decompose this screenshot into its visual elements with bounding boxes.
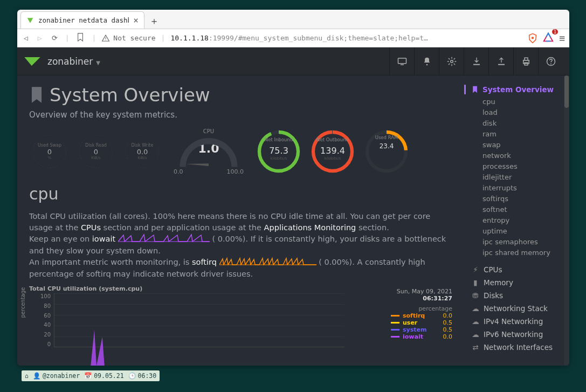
sidebar-sub-ipc-semaphores[interactable]: ipc semaphores: [472, 236, 565, 247]
page-subtitle: Overview of the key system metrics.: [29, 110, 452, 120]
sidebar-sub-uptime[interactable]: uptime: [472, 225, 565, 236]
cpu-section-heading: cpu: [29, 184, 452, 203]
bookmark-button[interactable]: [74, 33, 86, 43]
used-swap-dial[interactable]: Used Swap 0 %: [29, 131, 70, 172]
browser-menu-button[interactable]: ≡: [559, 32, 565, 44]
sidebar-item-ipv4-networking[interactable]: ☁IPv4 Networking: [472, 315, 565, 328]
browser-address-bar: ◁ ▷ ⟳ | | Not secure | 10.1.1.18:19999/#…: [17, 29, 569, 47]
bookmark-icon: [29, 86, 44, 104]
gauge-row: Used Swap 0 % Disk Read 0 KiB/s: [29, 127, 452, 176]
host-name: zonabiner: [47, 56, 93, 67]
brave-shields-icon[interactable]: [528, 33, 537, 44]
alerts-button[interactable]: [414, 47, 439, 75]
browser-tab[interactable]: zonabiner netdata dashboar ×: [20, 11, 144, 29]
sidebar-sub-load[interactable]: load: [472, 107, 565, 118]
sidebar-sub-idlejitter[interactable]: idlejitter: [472, 171, 565, 182]
svg-point-13: [550, 63, 551, 64]
sidebar-sub-disk[interactable]: disk: [472, 118, 565, 128]
netdata-favicon: [26, 17, 34, 24]
tb-time: 🕒06:30: [128, 372, 157, 380]
chart-ylabel: percentage: [20, 287, 26, 318]
extension-icon[interactable]: 1: [543, 32, 554, 44]
chart-plot-area[interactable]: [54, 293, 344, 347]
content-scrollbar[interactable]: [564, 75, 569, 366]
sidebar-sub-processes[interactable]: processes: [472, 161, 565, 171]
chart-legend: Sun, May 09, 2021 06:31:27 percentage so…: [350, 288, 452, 340]
bookmark-icon: [472, 86, 478, 93]
sidebar-sub-ipc-shared-memory[interactable]: ipc shared memory: [472, 247, 565, 258]
tab-title: zonabiner netdata dashboar: [38, 16, 129, 24]
cpu-chart[interactable]: Total CPU utilization (system.cpu) perce…: [29, 285, 452, 350]
sidebar-sub-ram[interactable]: ram: [472, 128, 565, 139]
security-label: Not secure: [113, 34, 155, 42]
app-top-bar: zonabiner▼: [17, 47, 569, 75]
svg-point-0: [106, 39, 106, 40]
svg-rect-1: [106, 37, 106, 39]
cpu-gauge[interactable]: CPU 1.0 0.0 100.0: [168, 128, 249, 175]
url-host: 10.1.1.18: [170, 34, 208, 42]
tb-date: 📅09.05.21: [84, 372, 123, 380]
close-tab-icon[interactable]: ×: [133, 15, 139, 25]
sidebar-sub-entropy[interactable]: entropy: [472, 215, 565, 225]
net-inbound-ring[interactable]: Net Inbound 75.3 kilobits/s: [254, 127, 303, 176]
caret-down-icon: ▼: [96, 60, 100, 66]
security-chip[interactable]: Not secure: [101, 34, 155, 42]
sidebar-sub-interrupts[interactable]: interrupts: [472, 182, 565, 193]
sidebar-item-disks[interactable]: ⛃Disks: [472, 289, 565, 302]
used-ram-ring[interactable]: Used RAM 23.4: [362, 127, 411, 176]
url-rest: :19999/#menu_system_submenu_disk;theme=s…: [209, 34, 428, 42]
upload-button[interactable]: [488, 47, 513, 75]
new-tab-button[interactable]: ＋: [147, 13, 162, 29]
back-button[interactable]: ◁: [22, 34, 30, 42]
chart-yaxis: 100806040200: [29, 293, 53, 347]
help-button[interactable]: [538, 47, 563, 75]
tb-home-icon[interactable]: ⌂: [25, 372, 29, 380]
softirq-sparkline: [219, 257, 316, 269]
tb-user[interactable]: 👤@zonabiner: [33, 372, 80, 380]
svg-point-2: [532, 37, 534, 39]
disk-read-dial[interactable]: Disk Read 0 KiB/s: [75, 131, 116, 172]
desktop-taskbar: ⌂ 👤@zonabiner 📅09.05.21 🕒06:30: [22, 370, 160, 381]
url-display[interactable]: 10.1.1.18:19999/#menu_system_submenu_dis…: [170, 34, 522, 42]
download-button[interactable]: [464, 47, 488, 75]
extension-badge: 1: [552, 29, 558, 35]
disk-write-dial[interactable]: Disk Write 0.0 KiB/s: [122, 131, 163, 172]
sidebar-sub-swap[interactable]: swap: [472, 139, 565, 150]
iowait-sparkline: [118, 233, 210, 245]
print-button[interactable]: [513, 47, 538, 75]
browser-tab-strip: zonabiner netdata dashboar × ＋: [17, 10, 569, 29]
sidebar-item-network-interfaces[interactable]: ⇄Network Interfaces: [472, 341, 565, 354]
netdata-logo-icon[interactable]: [24, 56, 41, 67]
net-outbound-ring[interactable]: Net Outbound 139.4 kilobits/s: [308, 127, 357, 176]
forward-button[interactable]: ▷: [36, 34, 44, 42]
sidebar-sub-network[interactable]: network: [472, 150, 565, 161]
sidebar-item-memory[interactable]: ▮Memory: [472, 276, 565, 289]
page-title: System Overview: [29, 84, 452, 106]
display-button[interactable]: [389, 47, 414, 75]
sidebar-item-cpus[interactable]: ⚡CPUs: [472, 263, 565, 276]
sidebar-sub-softirqs[interactable]: softirqs: [472, 193, 565, 204]
sidebar-sub-softnet[interactable]: softnet: [472, 204, 565, 215]
svg-rect-8: [498, 64, 505, 65]
svg-point-5: [426, 64, 428, 65]
host-selector[interactable]: zonabiner▼: [47, 56, 100, 67]
svg-rect-7: [473, 64, 480, 65]
settings-button[interactable]: [439, 47, 464, 75]
svg-rect-10: [525, 58, 528, 60]
sidebar-sub-cpu[interactable]: cpu: [472, 96, 565, 107]
svg-rect-3: [398, 58, 406, 64]
reload-button[interactable]: ⟳: [50, 34, 60, 42]
sidebar-item-ipv6-networking[interactable]: ☁IPv6 Networking: [472, 328, 565, 341]
svg-rect-4: [401, 64, 404, 65]
sidebar-item-networking-stack[interactable]: ☁Networking Stack: [472, 302, 565, 315]
sidebar-item-system-overview[interactable]: System Overview: [472, 83, 565, 96]
sidebar: System Overview cpuloaddiskramswapnetwor…: [464, 75, 569, 366]
svg-point-6: [450, 60, 453, 63]
cpu-description: Total CPU utilization (all cores). 100% …: [29, 211, 452, 280]
